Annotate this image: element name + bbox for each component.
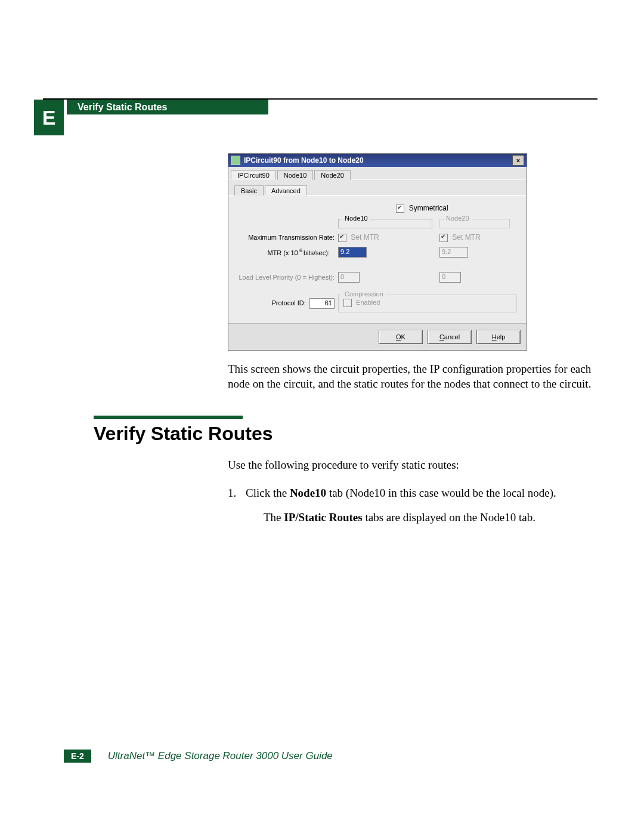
node10-setmtr-label: Set MTR [351,233,379,241]
dialog-body: Symmetrical Node10 Node20 Maximum Transm… [228,196,527,323]
dialog-inner-tabs: Basic Advanced [228,180,527,196]
node20-group: Node20 [439,219,510,228]
page-footer: E-2 UltraNet™ Edge Storage Router 3000 U… [43,750,597,763]
node20-setmtr-label: Set MTR [452,233,480,241]
tab-node10[interactable]: Node10 [277,170,314,180]
load-priority-label: Load Level Priority (0 = Highest): [237,274,338,281]
section-rule [94,416,243,419]
step-number: 1. [228,485,246,501]
header-tab-label: Verify Static Routes [78,95,167,119]
protocol-id-label: Protocol ID: 61 [237,298,338,309]
node20-priority-input: 0 [439,272,461,283]
tab-basic[interactable]: Basic [234,185,264,196]
protocol-id-input[interactable]: 61 [309,298,335,309]
tab-advanced[interactable]: Advanced [265,185,307,196]
app-icon [231,156,240,165]
compression-enabled-checkbox [343,299,352,307]
cancel-button[interactable]: Cancel [428,330,472,344]
node10-mtr-input[interactable]: 9.2 [338,247,367,258]
symmetrical-label: Symmetrical [409,204,448,212]
dialog-titlebar: IPCircuit90 from Node10 to Node20 × [228,154,527,167]
node10-legend: Node10 [342,215,370,222]
procedure-intro: Use the following procedure to verify st… [228,457,597,473]
symmetrical-row: Symmetrical [326,204,518,213]
tab-ipcircuit90[interactable]: IPCircuit90 [231,170,276,180]
help-button[interactable]: Help [476,330,521,344]
compression-legend: Compression [342,290,386,298]
dialog-title: IPCircuit90 from Node10 to Node20 [244,156,512,165]
page-number-badge: E-2 [64,750,91,763]
ok-button[interactable]: OK [379,330,423,344]
mtr-rate-label: Maximum Transmission Rate: [237,234,338,241]
procedure-list: 1.Click the Node10 tab (Node10 in this c… [228,485,597,526]
close-button[interactable]: × [512,155,524,166]
node10-setmtr-cell: Set MTR [338,233,439,242]
page-header: E Verify Static Routes [43,98,597,123]
node20-mtr-input: 9.2 [439,247,468,258]
settings-grid: Node10 Node20 Maximum Transmission Rate:… [237,219,518,312]
node20-legend: Node20 [444,215,472,222]
section-heading: Verify Static Routes [94,423,597,445]
compression-group: Compression Enabled [338,295,517,312]
compression-enabled-label: Enabled [356,299,380,306]
dialog-button-row: OK Cancel Help [228,323,527,350]
main-column: IPCircuit90 from Node10 to Node20 × IPCi… [228,153,597,392]
mtr-bits-label: MTR (x 10 bits/sec): 6 [237,247,338,256]
node20-setmtr-checkbox [439,234,448,242]
book-title: UltraNet™ Edge Storage Router 3000 User … [108,750,333,762]
header-section-tab: Verify Static Routes [67,100,268,114]
node10-priority-input: 0 [338,272,360,283]
dialog-top-tabs: IPCircuit90 Node10 Node20 [228,167,527,180]
procedure-step-1: 1.Click the Node10 tab (Node10 in this c… [228,485,597,526]
circuit-properties-dialog: IPCircuit90 from Node10 to Node20 × IPCi… [228,153,527,351]
node10-setmtr-checkbox[interactable] [338,234,346,242]
appendix-letter: E [42,106,56,129]
page-content: E Verify Static Routes IPCircuit90 from … [43,98,597,537]
tab-node20[interactable]: Node20 [314,170,351,180]
symmetrical-checkbox[interactable] [396,205,404,213]
node20-setmtr-cell: Set MTR [439,233,517,242]
caption-paragraph: This screen shows the circuit properties… [228,361,597,392]
appendix-letter-block: E [34,100,64,135]
node10-group: Node10 [338,219,432,228]
section-heading-block: Verify Static Routes [94,416,597,445]
step-1-result: The IP/Static Routes tabs are displayed … [246,509,597,526]
close-icon: × [516,157,520,164]
